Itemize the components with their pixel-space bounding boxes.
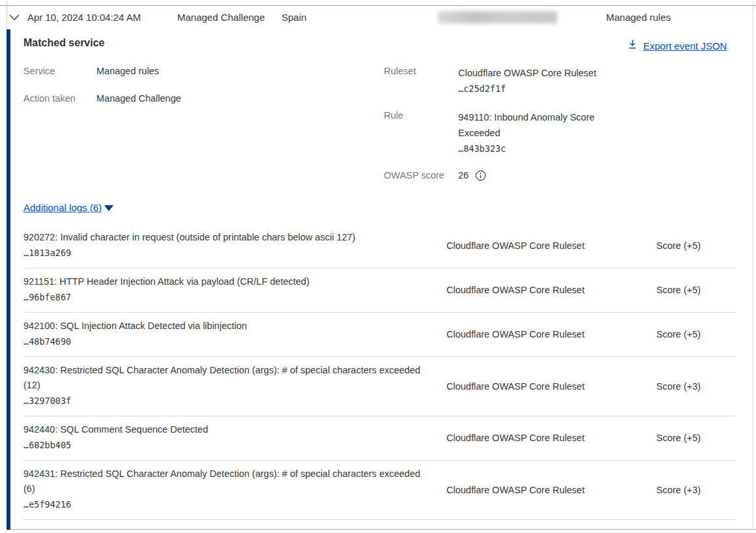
ruleset-label: Ruleset	[384, 66, 416, 76]
log-title: 921151: HTTP Header Injection Attack via…	[23, 274, 429, 289]
expanded-row-accent-bar	[7, 29, 10, 530]
log-ruleset: Cloudflare OWASP Core Ruleset	[446, 285, 656, 295]
firewall-event-detail-page: Apr 10, 2024 10:04:24 AM Managed Challen…	[0, 0, 756, 533]
info-icon[interactable]	[475, 170, 486, 181]
log-row: 942431: Restricted SQL Character Anomaly…	[23, 461, 735, 520]
log-score: Score (+5)	[656, 329, 735, 339]
log-ruleset: Cloudflare OWASP Core Ruleset	[446, 485, 656, 495]
ruleset-value-block: Cloudflare OWASP Core Ruleset …c25d2f1f	[458, 65, 611, 96]
log-title: 920272: Invalid character in request (ou…	[23, 230, 429, 245]
event-country: Spain	[282, 12, 306, 23]
log-score: Score (+3)	[656, 485, 735, 495]
rule-value-block: 949110: Inbound Anomaly Score Exceeded ……	[458, 109, 609, 156]
log-title: 942440: SQL Comment Sequence Detected	[23, 422, 429, 437]
ruleset-id: …c25d2f1f	[458, 81, 611, 96]
owasp-score-value: 26	[458, 170, 469, 180]
log-id: …48b74690	[23, 334, 446, 350]
log-row: 921151: HTTP Header Injection Attack via…	[23, 268, 735, 313]
matched-service-title: Matched service	[23, 37, 105, 49]
log-id: …96bfe867	[23, 289, 446, 306]
action-taken-value: Managed Challenge	[96, 93, 181, 104]
additional-logs-table: 920272: Invalid character in request (ou…	[23, 224, 735, 520]
chevron-down-icon[interactable]	[8, 13, 20, 22]
log-id: …3297003f	[23, 393, 446, 409]
service-value: Managed rules	[96, 66, 159, 76]
log-id: …682bb405	[23, 437, 446, 454]
event-action: Managed Challenge	[177, 12, 265, 23]
event-service: Managed rules	[606, 12, 671, 23]
log-id: …1813a269	[23, 245, 446, 261]
log-title: 942431: Restricted SQL Character Anomaly…	[23, 467, 429, 497]
ruleset-value: Cloudflare OWASP Core Ruleset	[458, 65, 611, 81]
export-event-json[interactable]: Export event JSON	[628, 39, 727, 52]
log-row: 942440: SQL Comment Sequence Detected …6…	[23, 416, 735, 461]
log-ruleset: Cloudflare OWASP Core Ruleset	[446, 240, 656, 251]
row-bottom-divider	[8, 529, 756, 530]
triangle-down-icon	[104, 205, 113, 211]
event-summary-row[interactable]: Apr 10, 2024 10:04:24 AM Managed Challen…	[0, 5, 753, 29]
owasp-score-label: OWASP score	[384, 170, 444, 180]
log-row: 942430: Restricted SQL Character Anomaly…	[23, 357, 735, 416]
export-event-json-link[interactable]: Export event JSON	[643, 40, 727, 51]
additional-logs-link[interactable]: Additional logs (6)	[23, 202, 102, 213]
redacted-ray-id	[438, 11, 557, 23]
log-score: Score (+3)	[656, 381, 735, 392]
table-right-border	[753, 0, 753, 530]
log-score: Score (+5)	[656, 240, 735, 251]
event-timestamp: Apr 10, 2024 10:04:24 AM	[27, 12, 141, 23]
log-score: Score (+5)	[656, 285, 735, 295]
log-row: 942100: SQL Injection Attack Detected vi…	[23, 313, 735, 357]
rule-label: Rule	[384, 110, 403, 121]
log-score: Score (+5)	[656, 433, 735, 443]
rule-id: …843b323c	[458, 141, 609, 156]
log-ruleset: Cloudflare OWASP Core Ruleset	[446, 433, 656, 443]
additional-logs-toggle[interactable]: Additional logs (6)	[23, 202, 113, 213]
rule-value: 949110: Inbound Anomaly Score Exceeded	[458, 109, 609, 141]
log-ruleset: Cloudflare OWASP Core Ruleset	[446, 329, 656, 339]
log-row: 920272: Invalid character in request (ou…	[23, 224, 735, 268]
download-icon	[628, 39, 637, 52]
log-title: 942100: SQL Injection Attack Detected vi…	[23, 319, 429, 334]
log-ruleset: Cloudflare OWASP Core Ruleset	[446, 381, 656, 392]
action-taken-label: Action taken	[23, 93, 76, 104]
log-id: …e5f94216	[23, 497, 446, 513]
log-title: 942430: Restricted SQL Character Anomaly…	[23, 363, 429, 393]
service-label: Service	[23, 66, 55, 76]
